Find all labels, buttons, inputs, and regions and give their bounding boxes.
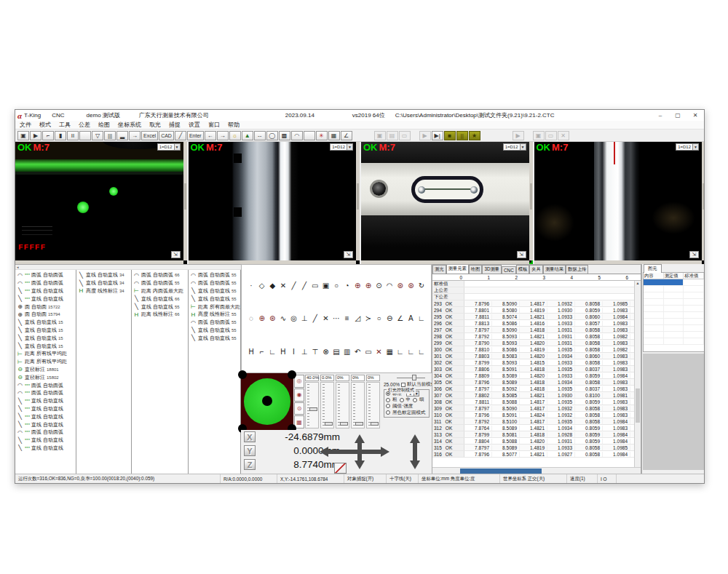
list-item[interactable]: ◠圆弧 自动圆弧55 — [189, 279, 240, 287]
run-button[interactable]: ★ — [469, 131, 480, 140]
table-row[interactable]: 315OK7.87978.50891.48191.09330.80581.098… — [432, 445, 641, 451]
slider-track[interactable] — [305, 382, 319, 428]
blank-button-1[interactable] — [79, 131, 91, 140]
default-mode-checkbox[interactable] — [401, 383, 405, 387]
tab-CNC[interactable]: CNC — [502, 266, 516, 274]
checker-button[interactable]: ▩ — [279, 131, 290, 140]
list-item[interactable]: ◠***圆弧 自动圆弧 — [15, 381, 76, 389]
resize-handle[interactable]: ⇲ — [171, 251, 181, 258]
menu-文件[interactable]: 文件 — [20, 121, 31, 129]
tool-icon[interactable]: ✕ — [374, 346, 384, 356]
columns-button[interactable]: II — [67, 131, 79, 140]
detail-row[interactable] — [644, 279, 704, 286]
tool-icon[interactable]: · — [246, 281, 256, 291]
light-slider[interactable]: 0% — [351, 375, 365, 428]
list-item[interactable]: ⊢距离 所有圆最大距 — [189, 303, 240, 311]
table-row[interactable]: 305OK7.87968.50891.48181.09340.80581.098… — [432, 379, 641, 386]
lamp-button[interactable]: ☼ — [229, 131, 241, 140]
light-ring-center[interactable] — [262, 396, 272, 406]
list-item[interactable]: ◠圆弧 自动圆弧55 — [189, 271, 240, 279]
menu-模式[interactable]: 模式 — [39, 121, 51, 129]
resize-handle[interactable]: ⇲ — [517, 251, 526, 258]
radio-阈值·强度[interactable] — [386, 404, 390, 408]
list-item[interactable]: H高度 线性标注34 — [76, 287, 131, 295]
table-row[interactable]: 301OK7.88038.50831.48201.09340.80601.098… — [432, 353, 641, 359]
tool-icon[interactable]: ◔ — [342, 281, 352, 291]
play-to-end-button[interactable]: ▶| — [432, 131, 443, 140]
list-item[interactable]: ╲直线 自动直线55 — [189, 334, 240, 342]
tool-icon[interactable]: ▣ — [320, 281, 331, 291]
menu-工具[interactable]: 工具 — [59, 121, 71, 129]
tool-icon[interactable]: ▭ — [363, 346, 373, 356]
tool-icon[interactable]: ⊤ — [310, 346, 320, 356]
tab-模板[interactable]: 模板 — [516, 265, 530, 274]
star-button[interactable]: ✳ — [316, 131, 328, 140]
camera-selector[interactable]: 1=D12▼ — [330, 143, 353, 151]
stop-button[interactable]: ■ — [444, 131, 456, 140]
tool-icon[interactable]: ⊛ — [395, 281, 405, 291]
list-item[interactable]: ◠***圆弧 自动圆弧 — [15, 279, 76, 287]
minimize-button[interactable]: – — [652, 110, 669, 121]
camera-pane-2[interactable]: OKM:7 1=D12▼ ⇲ — [189, 142, 360, 264]
resize-handle[interactable]: ⇲ — [689, 251, 699, 258]
slider-track[interactable] — [336, 382, 349, 428]
menu-窗口[interactable]: 窗口 — [208, 121, 220, 129]
multiwindow-button[interactable]: ▤ — [387, 131, 398, 140]
tool-icon[interactable]: ⊕ — [257, 314, 267, 324]
table-vscrollbar[interactable]: ▲ — [634, 281, 641, 467]
light-slider[interactable]: 0.0% — [320, 375, 334, 428]
list-item[interactable]: ╲直线 自动直线34 — [76, 271, 131, 279]
table-row[interactable]: 307OK7.88028.50851.48211.09300.81001.098… — [432, 392, 641, 399]
list-item[interactable]: ⊢距离 内圆弧最大距 — [132, 287, 188, 295]
list-item[interactable]: ╲直线 自动直线15 — [15, 327, 76, 335]
list-item[interactable]: ╲直线 自动直线55 — [189, 327, 240, 335]
chevron-down-icon[interactable]: ▼ — [347, 144, 352, 150]
table-row[interactable]: 303OK7.88068.50911.48181.09350.80371.098… — [432, 366, 641, 372]
feature-list-hscrollbar[interactable]: ◂ — [15, 265, 241, 270]
folder-button[interactable]: ▭ — [399, 131, 411, 140]
list-item[interactable]: ◠圆弧 自动圆弧55 — [189, 319, 240, 327]
tab-绘图[interactable]: 绘图 — [469, 265, 483, 274]
dither-button[interactable]: ▦ — [328, 131, 340, 140]
cad-button[interactable]: CAD — [159, 131, 174, 140]
left-arrow-button[interactable]: ← — [205, 131, 216, 140]
list-item[interactable]: ◠***圆弧 自动圆弧 — [15, 428, 76, 437]
list-item[interactable]: ◠***圆弧 自动圆弧 — [15, 389, 76, 397]
radio-细[interactable] — [413, 398, 417, 402]
slider-thumb[interactable] — [325, 422, 333, 426]
table-row[interactable]: 310OK7.87968.50911.48241.09320.80581.098… — [432, 412, 641, 418]
tool-icon[interactable]: ○ — [374, 314, 384, 324]
tool-icon[interactable]: A — [405, 314, 416, 324]
tool-icon[interactable]: I — [289, 346, 299, 356]
camera-selector[interactable]: 1=D12▼ — [676, 143, 699, 151]
table-row[interactable]: 295OK7.88118.50741.48211.09330.80601.098… — [432, 314, 641, 320]
menu-捕捉[interactable]: 捕捉 — [169, 121, 181, 129]
tool-icon[interactable]: ▥ — [342, 346, 352, 356]
open2-button[interactable]: ▭ — [545, 131, 557, 140]
camera-pane-1[interactable]: OKM:7 FFFFF 1=D12▼ ⇲ — [15, 142, 187, 264]
list-item[interactable]: H距离 线性标注66 — [132, 311, 188, 319]
table-row[interactable]: 311OK7.87928.51001.48171.09350.80581.098… — [432, 418, 641, 425]
list-item[interactable]: H高度 线性标注55 — [189, 311, 240, 319]
tolerance-row[interactable]: 标准值 — [432, 281, 641, 287]
tool-icon[interactable]: ✕ — [320, 314, 331, 324]
tab-夹具[interactable]: 夹具 — [529, 265, 543, 274]
camera-pane-3-selected[interactable]: OKM:7 1=D12▼ ⇲ — [361, 142, 533, 264]
tool-icon[interactable]: ∠ — [395, 314, 405, 324]
menu-坐标系统[interactable]: 坐标系统 — [118, 121, 141, 129]
slider-thumb[interactable] — [355, 422, 363, 426]
table-row[interactable]: 294OK7.88018.50801.48191.09300.80591.098… — [432, 307, 641, 314]
tolerance-row[interactable]: 上公差 — [432, 287, 641, 294]
menu-取光[interactable]: 取光 — [149, 121, 161, 129]
list-item[interactable]: ╲直线 自动直线55 — [189, 287, 240, 295]
camera-pane-4[interactable]: OKM:7 1=D12▼ ⇲ — [534, 142, 705, 264]
list-item[interactable]: ╲***直线 自动直线 — [15, 412, 76, 420]
tool-icon[interactable]: ▦ — [384, 346, 395, 356]
list-item[interactable]: ╲直线 自动直线66 — [132, 295, 188, 303]
tab-element[interactable]: 图元 — [644, 264, 662, 273]
close-button[interactable]: ✕ — [687, 110, 704, 121]
detail-row[interactable] — [644, 332, 704, 338]
cup-button[interactable]: ▽ — [92, 131, 103, 140]
blank-button-3[interactable] — [304, 131, 315, 140]
tool-icon[interactable]: ∟ — [405, 346, 416, 356]
